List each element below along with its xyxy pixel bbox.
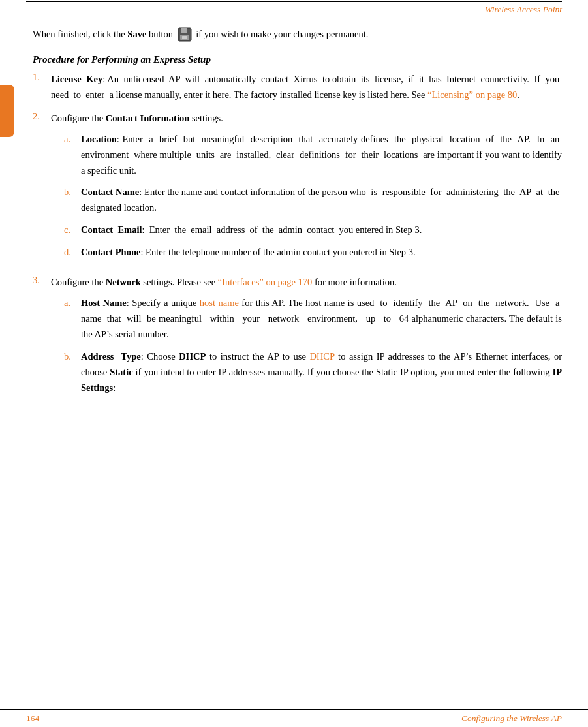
list-item: d. Contact Phone: Enter the telephone nu… <box>51 245 562 260</box>
num-label: 2. <box>33 111 51 122</box>
footer: 164 Configuring the Wireless AP <box>0 709 588 727</box>
footer-section-title: Configuring the Wireless AP <box>461 713 562 724</box>
licensing-link[interactable]: “Licensing” on page 80 <box>427 89 517 100</box>
numbered-list: 1. License Key: An unlicensed AP will au… <box>33 72 562 403</box>
contact-email-bold: Contact Email <box>81 224 142 235</box>
let-label: d. <box>64 245 81 260</box>
num-label: 3. <box>33 275 51 286</box>
intro-paragraph: When finished, click the Save button if … <box>33 27 562 42</box>
location-bold: Location <box>81 134 117 144</box>
let-content: Contact Phone: Enter the telephone numbe… <box>81 245 562 260</box>
let-content: Host Name: Specify a unique host name fo… <box>81 296 562 343</box>
dhcp-bold: DHCP <box>179 351 206 362</box>
static-bold: Static <box>110 367 132 377</box>
let-label: b. <box>64 349 81 365</box>
let-label: c. <box>64 223 81 238</box>
num-content: License Key: An unlicensed AP will autom… <box>51 72 562 103</box>
let-content: Contact Name: Enter the name and contact… <box>81 185 562 216</box>
footer-page-number: 164 <box>26 713 39 724</box>
save-icon <box>178 27 192 42</box>
list-item: 2. Configure the Contact Information set… <box>33 111 562 267</box>
num-label: 1. <box>33 72 51 83</box>
ip-settings-bold: IP Settings <box>81 367 562 393</box>
list-item: a. Host Name: Specify a unique host name… <box>51 296 562 343</box>
list-item: 3. Configure the Network settings. Pleas… <box>33 275 562 402</box>
list-item: c. Contact Email: Enter the email addres… <box>51 223 562 238</box>
intro-text-before: When finished, click the Save button <box>33 29 176 39</box>
list-item: 1. License Key: An unlicensed AP will au… <box>33 72 562 103</box>
let-content: Location: Enter a brief but meaningful d… <box>81 132 562 179</box>
header-title: Wireless Access Point <box>0 2 588 18</box>
hostname-bold: Host Name <box>81 298 127 308</box>
list-item: a. Location: Enter a brief but meaningfu… <box>51 132 562 179</box>
let-content: Address Type: Choose DHCP to instruct th… <box>81 349 562 396</box>
item-1-bold: License Key <box>51 74 102 84</box>
contact-phone-bold: Contact Phone <box>81 247 140 257</box>
list-item: b. Contact Name: Enter the name and cont… <box>51 185 562 216</box>
page-container: Wireless Access Point When finished, cli… <box>0 0 588 727</box>
main-content: When finished, click the Save button if … <box>0 18 588 424</box>
svg-rect-3 <box>182 36 187 39</box>
svg-rect-1 <box>181 28 187 33</box>
contact-name-bold: Contact Name <box>81 187 139 197</box>
network-bold: Network <box>106 277 141 287</box>
let-content: Contact Email: Enter the email address o… <box>81 223 562 238</box>
address-type-bold: Address Type <box>81 351 141 362</box>
lettered-list: a. Host Name: Specify a unique host name… <box>51 296 562 396</box>
num-content: Configure the Contact Information settin… <box>51 111 562 267</box>
lettered-list: a. Location: Enter a brief but meaningfu… <box>51 132 562 260</box>
let-label: a. <box>64 132 81 147</box>
intro-text-after: if you wish to make your changes permane… <box>196 29 368 39</box>
left-tab <box>0 85 14 137</box>
header-title-text: Wireless Access Point <box>485 5 562 14</box>
hostname-link[interactable]: host name <box>200 298 239 308</box>
let-label: a. <box>64 296 81 311</box>
interfaces-link[interactable]: “Interfaces” on page 170 <box>218 277 313 287</box>
num-content: Configure the Network settings. Please s… <box>51 275 562 402</box>
item-2-bold: Contact Information <box>106 113 189 123</box>
dhcp-link[interactable]: DHCP <box>309 351 334 362</box>
section-heading: Procedure for Performing an Express Setu… <box>33 54 562 65</box>
let-label: b. <box>64 185 81 200</box>
list-item: b. Address Type: Choose DHCP to instruct… <box>51 349 562 396</box>
